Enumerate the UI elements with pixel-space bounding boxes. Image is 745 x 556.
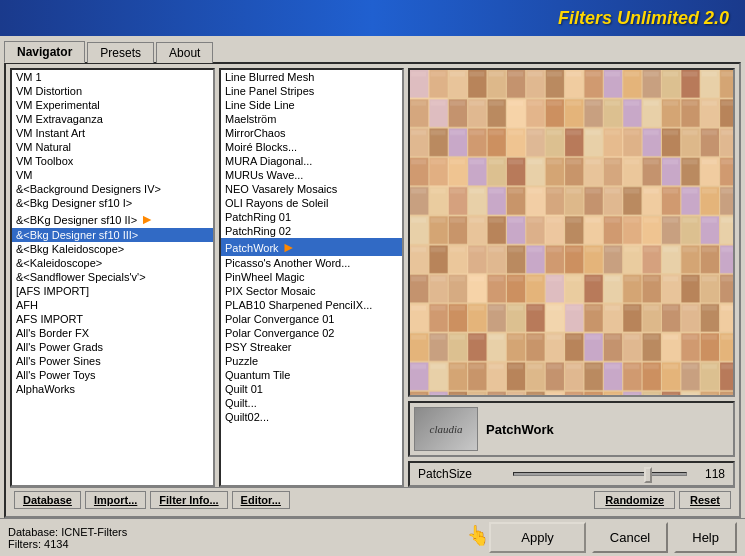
patch-size-label: PatchSize bbox=[418, 467, 505, 481]
middle-list-item[interactable]: PatchRing 02 bbox=[221, 224, 402, 238]
patch-size-value: 118 bbox=[695, 467, 725, 481]
title-bar: Filters Unlimited 2.0 bbox=[0, 0, 745, 36]
import-button[interactable]: Import... bbox=[85, 491, 146, 509]
left-list-item[interactable]: All's Power Grads bbox=[12, 340, 213, 354]
filters-label: Filters: bbox=[8, 538, 41, 550]
left-list-item[interactable]: &<Bkg Kaleidoscope> bbox=[12, 242, 213, 256]
main-container: Navigator Presets About VM 1VM Distortio… bbox=[0, 36, 745, 556]
middle-list-item[interactable]: Puzzle bbox=[221, 354, 402, 368]
left-list-item[interactable]: &<Sandflower Specials'v'> bbox=[12, 270, 213, 284]
middle-list-item[interactable]: Quilt02... bbox=[221, 410, 402, 424]
middle-list-item[interactable]: PatchRing 01 bbox=[221, 210, 402, 224]
filters-value: 4134 bbox=[44, 538, 68, 550]
patch-size-slider[interactable] bbox=[513, 472, 687, 476]
left-list-item[interactable]: &<Bkg Designer sf10 I> bbox=[12, 196, 213, 210]
cancel-button[interactable]: Cancel bbox=[592, 522, 668, 553]
middle-list-item[interactable]: PLAB10 Sharpened PenciIX... bbox=[221, 298, 402, 312]
filter-name-label: PatchWork bbox=[486, 422, 554, 437]
left-list-item[interactable]: VM Instant Art bbox=[12, 126, 213, 140]
app-title: Filters Unlimited 2.0 bbox=[558, 8, 729, 29]
middle-list-item[interactable]: MURUs Wave... bbox=[221, 168, 402, 182]
middle-list-item[interactable]: Line Panel Stripes bbox=[221, 84, 402, 98]
middle-list-item[interactable]: Quilt... bbox=[221, 396, 402, 410]
left-list-item[interactable]: AlphaWorks bbox=[12, 382, 213, 396]
middle-list-item[interactable]: Line Blurred Mesh bbox=[221, 70, 402, 84]
middle-list-item[interactable]: NEO Vasarely Mosaics bbox=[221, 182, 402, 196]
filter-info-button[interactable]: Filter Info... bbox=[150, 491, 227, 509]
apply-wrapper: 👆 Apply bbox=[489, 522, 586, 553]
preview-image bbox=[408, 68, 735, 397]
middle-list-item[interactable]: MirrorChaos bbox=[221, 126, 402, 140]
middle-list-container: Line Blurred MeshLine Panel StripesLine … bbox=[219, 68, 404, 487]
left-list-item[interactable]: All's Border FX bbox=[12, 326, 213, 340]
left-list-item[interactable]: AFH bbox=[12, 298, 213, 312]
database-value: ICNET-Filters bbox=[61, 526, 127, 538]
filter-logo: claudia bbox=[414, 407, 478, 451]
left-list-item[interactable]: VM Experimental bbox=[12, 98, 213, 112]
database-button[interactable]: Database bbox=[14, 491, 81, 509]
left-list-container: VM 1VM DistortionVM ExperimentalVM Extra… bbox=[10, 68, 215, 487]
middle-list-item[interactable]: Picasso's Another Word... bbox=[221, 256, 402, 270]
middle-list-item[interactable]: OLI Rayons de Soleil bbox=[221, 196, 402, 210]
action-buttons-area: 👆 Apply Cancel Help bbox=[489, 522, 737, 553]
left-list-item[interactable]: All's Power Sines bbox=[12, 354, 213, 368]
left-list-item[interactable]: VM Distortion bbox=[12, 84, 213, 98]
left-list-item[interactable]: VM Natural bbox=[12, 140, 213, 154]
left-list-item[interactable]: &<BKg Designer sf10 II> ► bbox=[12, 210, 213, 228]
middle-list-item[interactable]: PinWheel Magic bbox=[221, 270, 402, 284]
reset-button[interactable]: Reset bbox=[679, 491, 731, 509]
middle-list-item[interactable]: PIX Sector Mosaic bbox=[221, 284, 402, 298]
left-list-item[interactable]: VM 1 bbox=[12, 70, 213, 84]
middle-list-item[interactable]: Quantum Tile bbox=[221, 368, 402, 382]
database-label: Database: bbox=[8, 526, 58, 538]
bottom-toolbar: Database Import... Filter Info... Editor… bbox=[10, 487, 735, 512]
left-list-item[interactable]: VM Extravaganza bbox=[12, 112, 213, 126]
patch-size-panel: PatchSize 118 bbox=[408, 461, 735, 487]
middle-list-item[interactable]: Maelström bbox=[221, 112, 402, 126]
help-button[interactable]: Help bbox=[674, 522, 737, 553]
right-panel: claudia PatchWork PatchSize 118 bbox=[408, 68, 735, 487]
middle-list-item[interactable]: Polar Convergance 01 bbox=[221, 312, 402, 326]
middle-list-scroll[interactable]: Line Blurred MeshLine Panel StripesLine … bbox=[221, 70, 402, 485]
middle-list-item[interactable]: Line Side Line bbox=[221, 98, 402, 112]
status-bar: Database: ICNET-Filters Filters: 4134 👆 … bbox=[0, 518, 745, 556]
database-status: Database: ICNET-Filters bbox=[8, 526, 127, 538]
left-list-item[interactable]: VM Toolbox bbox=[12, 154, 213, 168]
left-list-item[interactable]: VM bbox=[12, 168, 213, 182]
tab-about[interactable]: About bbox=[156, 42, 213, 63]
left-list-item[interactable]: AFS IMPORT bbox=[12, 312, 213, 326]
filters-status: Filters: 4134 bbox=[8, 538, 127, 550]
left-list-item[interactable]: All's Power Toys bbox=[12, 368, 213, 382]
middle-list-item[interactable]: Moiré Blocks... bbox=[221, 140, 402, 154]
editor-button[interactable]: Editor... bbox=[232, 491, 290, 509]
tab-row: Navigator Presets About bbox=[0, 36, 745, 62]
filter-logo-text: claudia bbox=[430, 423, 463, 435]
left-list-scroll[interactable]: VM 1VM DistortionVM ExperimentalVM Extra… bbox=[12, 70, 213, 485]
tab-navigator[interactable]: Navigator bbox=[4, 41, 85, 63]
status-col: Database: ICNET-Filters Filters: 4134 bbox=[8, 526, 127, 550]
apply-button[interactable]: Apply bbox=[489, 522, 586, 553]
middle-list-item[interactable]: PSY Streaker bbox=[221, 340, 402, 354]
left-list-item[interactable]: &<Bkg Designer sf10 III> bbox=[12, 228, 213, 242]
top-section: VM 1VM DistortionVM ExperimentalVM Extra… bbox=[10, 68, 735, 487]
middle-list-item[interactable]: MURA Diagonal... bbox=[221, 154, 402, 168]
tab-presets[interactable]: Presets bbox=[87, 42, 154, 63]
left-list-item[interactable]: &<Background Designers IV> bbox=[12, 182, 213, 196]
filter-info-panel: claudia PatchWork bbox=[408, 401, 735, 457]
randomize-button[interactable]: Randomize bbox=[594, 491, 675, 509]
left-list-item[interactable]: [AFS IMPORT] bbox=[12, 284, 213, 298]
middle-list-item[interactable]: Polar Convergance 02 bbox=[221, 326, 402, 340]
middle-list-item[interactable]: Quilt 01 bbox=[221, 382, 402, 396]
preview-canvas bbox=[410, 70, 733, 395]
middle-list-item[interactable]: PatchWork ► bbox=[221, 238, 402, 256]
content-area: VM 1VM DistortionVM ExperimentalVM Extra… bbox=[4, 62, 741, 518]
left-list-item[interactable]: &<Kaleidoscope> bbox=[12, 256, 213, 270]
